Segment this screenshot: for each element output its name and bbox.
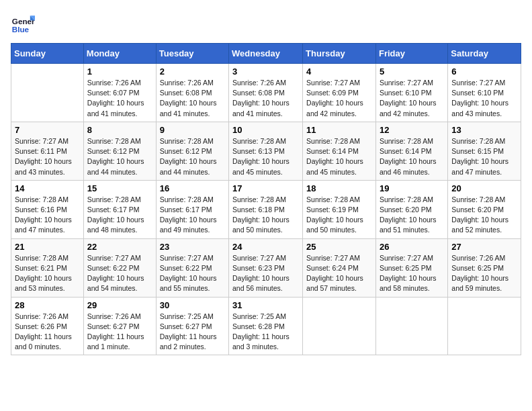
day-number: 22 (87, 242, 152, 252)
day-info: Sunrise: 7:28 AMSunset: 6:14 PMDaylight:… (306, 136, 372, 177)
day-number: 7 (15, 125, 80, 135)
calendar-table: SundayMondayTuesdayWednesdayThursdayFrid… (11, 43, 521, 355)
calendar-body: 1Sunrise: 7:26 AMSunset: 6:07 PMDaylight… (11, 64, 521, 355)
day-info: Sunrise: 7:27 AMSunset: 6:10 PMDaylight:… (380, 78, 444, 119)
day-number: 19 (380, 183, 444, 193)
day-number: 20 (451, 183, 517, 193)
day-number: 25 (306, 242, 372, 252)
day-info: Sunrise: 7:28 AMSunset: 6:12 PMDaylight:… (160, 136, 225, 177)
day-number: 21 (15, 242, 80, 252)
day-info: Sunrise: 7:28 AMSunset: 6:20 PMDaylight:… (451, 195, 517, 236)
day-number: 24 (232, 242, 299, 252)
calendar-week-4: 28Sunrise: 7:26 AMSunset: 6:26 PMDayligh… (11, 297, 521, 355)
calendar-cell: 13Sunrise: 7:28 AMSunset: 6:15 PMDayligh… (448, 122, 521, 180)
day-number: 16 (160, 183, 225, 193)
calendar-cell: 6Sunrise: 7:27 AMSunset: 6:10 PMDaylight… (448, 64, 521, 122)
calendar-cell: 19Sunrise: 7:28 AMSunset: 6:20 PMDayligh… (375, 180, 447, 238)
day-number: 1 (87, 66, 152, 77)
day-info: Sunrise: 7:28 AMSunset: 6:12 PMDaylight:… (87, 136, 152, 177)
day-info: Sunrise: 7:26 AMSunset: 6:25 PMDaylight:… (451, 253, 517, 294)
day-number: 10 (232, 125, 299, 135)
day-number: 31 (232, 300, 299, 310)
calendar-cell: 3Sunrise: 7:26 AMSunset: 6:08 PMDaylight… (229, 64, 303, 122)
day-number: 11 (306, 125, 372, 135)
day-number: 23 (160, 242, 225, 252)
header-row: SundayMondayTuesdayWednesdayThursdayFrid… (11, 44, 521, 64)
day-info: Sunrise: 7:27 AMSunset: 6:22 PMDaylight:… (160, 253, 225, 294)
calendar-cell (11, 64, 84, 122)
day-number: 29 (87, 300, 152, 310)
day-info: Sunrise: 7:27 AMSunset: 6:22 PMDaylight:… (87, 253, 152, 294)
calendar-cell (375, 297, 447, 355)
calendar-cell: 5Sunrise: 7:27 AMSunset: 6:10 PMDaylight… (375, 64, 447, 122)
calendar-cell: 17Sunrise: 7:28 AMSunset: 6:18 PMDayligh… (229, 180, 303, 238)
calendar-cell: 30Sunrise: 7:25 AMSunset: 6:27 PMDayligh… (156, 297, 228, 355)
day-info: Sunrise: 7:26 AMSunset: 6:26 PMDaylight:… (15, 312, 80, 353)
day-info: Sunrise: 7:28 AMSunset: 6:13 PMDaylight:… (232, 136, 299, 177)
logo: General Blue (11, 11, 38, 35)
calendar-week-0: 1Sunrise: 7:26 AMSunset: 6:07 PMDaylight… (11, 64, 521, 122)
header-saturday: Saturday (448, 44, 521, 64)
day-number: 18 (306, 183, 372, 193)
calendar-cell: 7Sunrise: 7:27 AMSunset: 6:11 PMDaylight… (11, 122, 84, 180)
day-info: Sunrise: 7:28 AMSunset: 6:14 PMDaylight:… (380, 136, 444, 177)
day-info: Sunrise: 7:28 AMSunset: 6:21 PMDaylight:… (15, 253, 80, 294)
day-info: Sunrise: 7:25 AMSunset: 6:27 PMDaylight:… (160, 312, 225, 353)
calendar-cell: 14Sunrise: 7:28 AMSunset: 6:16 PMDayligh… (11, 180, 84, 238)
calendar-cell: 12Sunrise: 7:28 AMSunset: 6:14 PMDayligh… (375, 122, 447, 180)
calendar-week-1: 7Sunrise: 7:27 AMSunset: 6:11 PMDaylight… (11, 122, 521, 180)
svg-text:Blue: Blue (12, 25, 30, 34)
day-info: Sunrise: 7:27 AMSunset: 6:24 PMDaylight:… (306, 253, 372, 294)
header-thursday: Thursday (303, 44, 376, 64)
calendar-cell: 23Sunrise: 7:27 AMSunset: 6:22 PMDayligh… (156, 238, 228, 297)
day-number: 28 (15, 300, 80, 310)
day-number: 5 (380, 66, 444, 77)
calendar-cell (303, 297, 376, 355)
logo-icon: General Blue (11, 11, 35, 35)
day-info: Sunrise: 7:28 AMSunset: 6:16 PMDaylight:… (15, 195, 80, 236)
calendar-cell: 1Sunrise: 7:26 AMSunset: 6:07 PMDaylight… (83, 64, 156, 122)
calendar-cell: 15Sunrise: 7:28 AMSunset: 6:17 PMDayligh… (83, 180, 156, 238)
calendar-cell: 22Sunrise: 7:27 AMSunset: 6:22 PMDayligh… (83, 238, 156, 297)
header-sunday: Sunday (11, 44, 84, 64)
day-number: 4 (306, 66, 372, 77)
calendar-cell: 4Sunrise: 7:27 AMSunset: 6:09 PMDaylight… (303, 64, 376, 122)
day-info: Sunrise: 7:27 AMSunset: 6:23 PMDaylight:… (232, 253, 299, 294)
day-info: Sunrise: 7:27 AMSunset: 6:25 PMDaylight:… (380, 253, 444, 294)
day-info: Sunrise: 7:28 AMSunset: 6:15 PMDaylight:… (451, 136, 517, 177)
calendar-cell: 24Sunrise: 7:27 AMSunset: 6:23 PMDayligh… (229, 238, 303, 297)
calendar-cell: 9Sunrise: 7:28 AMSunset: 6:12 PMDaylight… (156, 122, 228, 180)
day-number: 30 (160, 300, 225, 310)
calendar-week-2: 14Sunrise: 7:28 AMSunset: 6:16 PMDayligh… (11, 180, 521, 238)
calendar-cell: 8Sunrise: 7:28 AMSunset: 6:12 PMDaylight… (83, 122, 156, 180)
calendar-header: SundayMondayTuesdayWednesdayThursdayFrid… (11, 44, 521, 64)
calendar-cell: 29Sunrise: 7:26 AMSunset: 6:27 PMDayligh… (83, 297, 156, 355)
day-info: Sunrise: 7:26 AMSunset: 6:07 PMDaylight:… (87, 78, 152, 119)
day-number: 26 (380, 242, 444, 252)
day-number: 2 (160, 66, 225, 77)
day-number: 9 (160, 125, 225, 135)
header-tuesday: Tuesday (156, 44, 228, 64)
calendar-cell: 26Sunrise: 7:27 AMSunset: 6:25 PMDayligh… (375, 238, 447, 297)
header-monday: Monday (83, 44, 156, 64)
day-info: Sunrise: 7:25 AMSunset: 6:28 PMDaylight:… (232, 312, 299, 353)
day-number: 13 (451, 125, 517, 135)
day-number: 14 (15, 183, 80, 193)
calendar-cell: 28Sunrise: 7:26 AMSunset: 6:26 PMDayligh… (11, 297, 84, 355)
day-info: Sunrise: 7:28 AMSunset: 6:18 PMDaylight:… (232, 195, 299, 236)
day-info: Sunrise: 7:28 AMSunset: 6:17 PMDaylight:… (87, 195, 152, 236)
day-number: 17 (232, 183, 299, 193)
day-number: 6 (451, 66, 517, 77)
day-info: Sunrise: 7:27 AMSunset: 6:11 PMDaylight:… (15, 136, 80, 177)
day-info: Sunrise: 7:28 AMSunset: 6:17 PMDaylight:… (160, 195, 225, 236)
day-number: 15 (87, 183, 152, 193)
day-number: 12 (380, 125, 444, 135)
calendar-cell (448, 297, 521, 355)
day-number: 3 (232, 66, 299, 77)
calendar-cell: 27Sunrise: 7:26 AMSunset: 6:25 PMDayligh… (448, 238, 521, 297)
day-info: Sunrise: 7:28 AMSunset: 6:20 PMDaylight:… (380, 195, 444, 236)
header-friday: Friday (375, 44, 447, 64)
day-info: Sunrise: 7:26 AMSunset: 6:27 PMDaylight:… (87, 312, 152, 353)
day-info: Sunrise: 7:27 AMSunset: 6:10 PMDaylight:… (451, 78, 517, 119)
calendar-cell: 11Sunrise: 7:28 AMSunset: 6:14 PMDayligh… (303, 122, 376, 180)
